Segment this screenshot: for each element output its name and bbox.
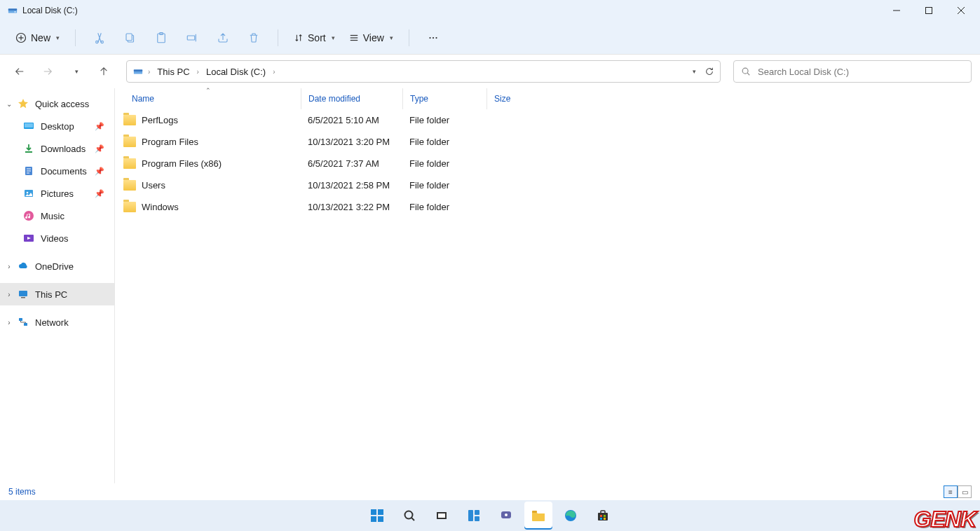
svg-rect-52	[475, 516, 479, 521]
svg-rect-62	[604, 518, 606, 520]
star-icon	[17, 97, 29, 110]
separator	[75, 29, 76, 46]
view-toggles: ≡ ▭	[944, 485, 972, 498]
svg-point-10	[96, 41, 98, 43]
file-date: 10/13/2021 2:58 PM	[301, 180, 402, 191]
file-date: 10/13/2021 3:22 PM	[301, 202, 402, 212]
cut-button[interactable]	[86, 25, 114, 50]
svg-rect-55	[532, 511, 537, 513]
chevron-right-icon[interactable]: ›	[4, 263, 14, 270]
sort-button[interactable]: Sort ▾	[288, 29, 341, 46]
svg-point-35	[27, 192, 29, 194]
close-button[interactable]	[945, 0, 977, 21]
desktop-icon	[22, 120, 35, 132]
chevron-down-icon[interactable]: ⌄	[4, 100, 14, 108]
svg-rect-25	[134, 69, 142, 71]
icons-view-button[interactable]: ▭	[958, 485, 972, 498]
view-button[interactable]: View ▾	[343, 29, 399, 46]
sidebar-item-label: Music	[41, 211, 64, 221]
sidebar-quick-access[interactable]: ⌄ Quick access	[0, 92, 114, 115]
new-button[interactable]: New ▾	[10, 29, 65, 46]
maximize-button[interactable]	[913, 0, 945, 21]
breadcrumb-sep[interactable]: ›	[273, 68, 275, 76]
svg-rect-40	[19, 318, 22, 321]
table-row[interactable]: Program Files10/13/2021 3:20 PMFile fold…	[115, 131, 980, 153]
file-name: Users	[142, 180, 165, 191]
more-button[interactable]	[419, 25, 447, 50]
taskbar-store[interactable]	[589, 502, 617, 530]
sidebar-thispc[interactable]: › This PC	[0, 283, 114, 305]
svg-rect-39	[21, 297, 25, 298]
chevron-down-icon: ▾	[332, 34, 335, 41]
documents-icon	[22, 165, 35, 177]
sidebar-onedrive[interactable]: › OneDrive	[0, 255, 114, 277]
network-label: Network	[35, 317, 69, 328]
chevron-right-icon[interactable]: ›	[4, 319, 14, 326]
sidebar-item-desktop[interactable]: Desktop 📌	[0, 115, 114, 137]
sidebar-item-music[interactable]: Music	[0, 205, 114, 227]
taskbar-explorer[interactable]	[524, 502, 552, 530]
column-date[interactable]: Date modified	[301, 88, 402, 109]
sidebar-item-pictures[interactable]: Pictures 📌	[0, 182, 114, 205]
copy-button[interactable]	[116, 25, 144, 50]
column-name[interactable]: ⌃ Name	[115, 88, 301, 109]
chevron-right-icon[interactable]: ›	[4, 291, 14, 298]
disk-icon	[132, 67, 144, 76]
file-type: File folder	[402, 115, 486, 125]
taskbar-search[interactable]	[395, 502, 423, 530]
file-rows: PerfLogs6/5/2021 5:10 AMFile folderProgr…	[115, 109, 980, 483]
forward-button[interactable]	[36, 60, 59, 83]
table-row[interactable]: Program Files (x86)6/5/2021 7:37 AMFile …	[115, 153, 980, 174]
table-row[interactable]: Users10/13/2021 2:58 PMFile folder	[115, 174, 980, 196]
search-input[interactable]	[758, 67, 964, 77]
table-row[interactable]: Windows10/13/2021 3:22 PMFile folder	[115, 196, 980, 218]
share-button[interactable]	[209, 25, 237, 50]
svg-rect-42	[371, 509, 376, 515]
watermark: GENK	[914, 506, 976, 531]
sidebar-item-downloads[interactable]: Downloads 📌	[0, 137, 114, 160]
details-view-button[interactable]: ≡	[944, 485, 958, 498]
file-name: Program Files	[142, 137, 198, 147]
refresh-button[interactable]	[705, 67, 714, 76]
titlebar: Local Disk (C:)	[0, 0, 980, 21]
back-button[interactable]	[8, 60, 31, 83]
main: ⌄ Quick access Desktop 📌 Downloads 📌 Doc…	[0, 88, 980, 483]
svg-point-23	[435, 36, 437, 38]
breadcrumb-localdisk[interactable]: Local Disk (C:)	[203, 65, 268, 78]
paste-button[interactable]	[147, 25, 175, 50]
svg-point-26	[742, 68, 748, 74]
column-size[interactable]: Size	[486, 88, 543, 109]
taskbar-widgets[interactable]	[460, 502, 488, 530]
table-row[interactable]: PerfLogs6/5/2021 5:10 AMFile folder	[115, 109, 980, 131]
address-bar[interactable]: › This PC › Local Disk (C:) › ▾	[126, 60, 721, 83]
sidebar-network[interactable]: › Network	[0, 311, 114, 333]
breadcrumb-sep[interactable]: ›	[197, 68, 199, 76]
delete-button[interactable]	[240, 25, 268, 50]
pictures-icon	[22, 187, 35, 200]
file-date: 10/13/2021 3:20 PM	[301, 137, 402, 147]
view-label: View	[363, 32, 384, 43]
rename-button[interactable]	[178, 25, 206, 50]
recent-dropdown[interactable]: ▾	[64, 60, 87, 83]
taskbar-edge[interactable]	[557, 502, 585, 530]
breadcrumb-sep[interactable]: ›	[148, 68, 150, 76]
window-controls	[880, 0, 977, 21]
sidebar-item-documents[interactable]: Documents 📌	[0, 160, 114, 182]
column-type[interactable]: Type	[402, 88, 486, 109]
sort-asc-icon: ⌃	[205, 87, 211, 94]
svg-rect-58	[601, 511, 605, 513]
address-dropdown[interactable]: ▾	[693, 68, 696, 75]
svg-rect-60	[604, 515, 606, 517]
taskbar-taskview[interactable]	[428, 502, 456, 530]
up-button[interactable]	[93, 60, 115, 83]
svg-point-11	[101, 41, 103, 43]
sidebar-item-videos[interactable]: Videos	[0, 227, 114, 249]
column-headers: ⌃ Name Date modified Type Size	[115, 88, 980, 109]
minimize-button[interactable]	[880, 0, 913, 21]
search-box[interactable]	[733, 60, 972, 83]
breadcrumb-thispc[interactable]: This PC	[154, 65, 192, 78]
videos-icon	[22, 232, 35, 244]
taskbar-chat[interactable]	[492, 502, 520, 530]
start-button[interactable]	[363, 502, 391, 530]
svg-rect-51	[475, 510, 479, 515]
